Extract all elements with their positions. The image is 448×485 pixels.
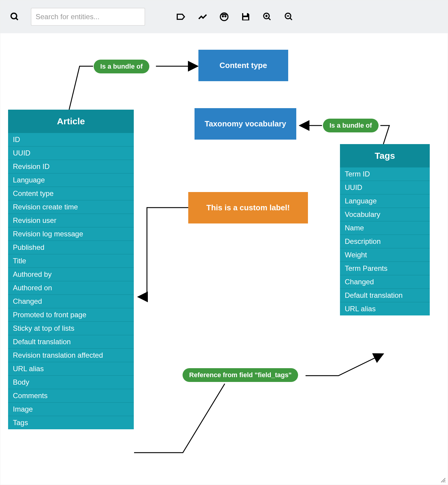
entity-field-row[interactable]: Revision log message: [8, 227, 134, 241]
label-icon[interactable]: [176, 11, 186, 22]
entity-field-row[interactable]: Image: [8, 403, 134, 416]
entity-tags[interactable]: Tags Term IDUUIDLanguageVocabularyNameDe…: [340, 144, 430, 315]
svg-rect-6: [243, 17, 248, 19]
node-label: Content type: [220, 61, 267, 70]
entity-field-row[interactable]: Body: [8, 376, 134, 389]
entity-field-row[interactable]: Default translation: [8, 335, 134, 349]
entity-field-row[interactable]: Title: [8, 254, 134, 268]
entity-field-list: IDUUIDRevision IDLanguageContent typeRev…: [8, 133, 134, 429]
entity-field-row[interactable]: Revision create time: [8, 200, 134, 214]
svg-point-0: [11, 13, 17, 19]
node-label: Taxonomy vocabulary: [205, 119, 286, 129]
entity-field-row[interactable]: Published: [8, 241, 134, 254]
node-label: This is a custom label!: [206, 203, 290, 212]
search-input[interactable]: [31, 8, 145, 26]
entity-field-row[interactable]: UUID: [8, 146, 134, 160]
entity-field-row[interactable]: ID: [8, 133, 134, 146]
entity-field-row[interactable]: Name: [340, 221, 430, 235]
entity-field-row[interactable]: Vocabulary: [340, 208, 430, 221]
zoom-out-icon[interactable]: [283, 11, 294, 22]
svg-line-8: [268, 18, 271, 20]
toolbar: [0, 0, 448, 33]
relation-label: Reference from field "field_tags": [189, 371, 291, 379]
entity-field-row[interactable]: UUID: [340, 181, 430, 194]
entity-field-row[interactable]: Term Parents: [340, 262, 430, 275]
entity-field-row[interactable]: Sticky at top of lists: [8, 322, 134, 335]
entity-field-row[interactable]: Changed: [8, 295, 134, 308]
entity-field-row[interactable]: Promoted to front page: [8, 308, 134, 322]
svg-point-3: [222, 16, 223, 17]
relation-label: Is a bundle of: [329, 122, 372, 129]
entity-title: Tags: [375, 151, 395, 161]
entity-field-row[interactable]: URL alias: [8, 362, 134, 376]
node-taxonomy-vocabulary[interactable]: Taxonomy vocabulary: [195, 108, 296, 140]
entity-field-row[interactable]: Authored on: [8, 281, 134, 295]
entity-field-row[interactable]: Revision ID: [8, 160, 134, 173]
entity-field-row[interactable]: Changed: [340, 275, 430, 289]
svg-rect-5: [243, 13, 247, 16]
relation-label: Is a bundle of: [100, 63, 143, 70]
svg-line-12: [290, 18, 292, 20]
entity-field-row[interactable]: Language: [340, 194, 430, 208]
entity-field-list: Term IDUUIDLanguageVocabularyNameDescrip…: [340, 167, 430, 315]
entity-field-row[interactable]: Content type: [8, 187, 134, 200]
resize-grip-icon[interactable]: [441, 478, 446, 483]
entity-field-row[interactable]: Default translation: [340, 289, 430, 302]
relation-bundle-of-article[interactable]: Is a bundle of: [94, 60, 149, 73]
svg-line-1: [16, 18, 18, 20]
entity-field-row[interactable]: Comments: [8, 389, 134, 403]
entity-title: Article: [57, 116, 85, 126]
entity-header: Tags: [340, 144, 430, 167]
search-icon[interactable]: [9, 11, 20, 22]
entity-field-row[interactable]: Description: [340, 235, 430, 248]
entity-article[interactable]: Article IDUUIDRevision IDLanguageContent…: [8, 110, 134, 429]
entity-field-row[interactable]: Language: [8, 173, 134, 187]
node-custom-label[interactable]: This is a custom label!: [188, 192, 308, 223]
entity-field-row[interactable]: Revision translation affected: [8, 349, 134, 362]
entity-field-row[interactable]: URL alias: [340, 302, 430, 315]
svg-point-4: [225, 16, 226, 17]
entity-field-row[interactable]: Authored by: [8, 268, 134, 281]
entity-field-row[interactable]: Tags: [8, 416, 134, 429]
entity-field-row[interactable]: Term ID: [340, 167, 430, 181]
entity-field-row[interactable]: Weight: [340, 248, 430, 262]
face-icon[interactable]: [219, 11, 230, 22]
node-content-type[interactable]: Content type: [198, 50, 288, 81]
entity-field-row[interactable]: Revision user: [8, 214, 134, 227]
diagram-canvas[interactable]: Content type Taxonomy vocabulary This is…: [0, 33, 448, 485]
save-icon[interactable]: [240, 11, 251, 22]
relation-field-tags[interactable]: Reference from field "field_tags": [183, 368, 298, 382]
line-chart-icon[interactable]: [197, 11, 208, 22]
relation-bundle-of-tags[interactable]: Is a bundle of: [323, 119, 379, 132]
zoom-in-icon[interactable]: [262, 11, 273, 22]
entity-header: Article: [8, 110, 134, 133]
app-root: Content type Taxonomy vocabulary This is…: [0, 0, 448, 485]
